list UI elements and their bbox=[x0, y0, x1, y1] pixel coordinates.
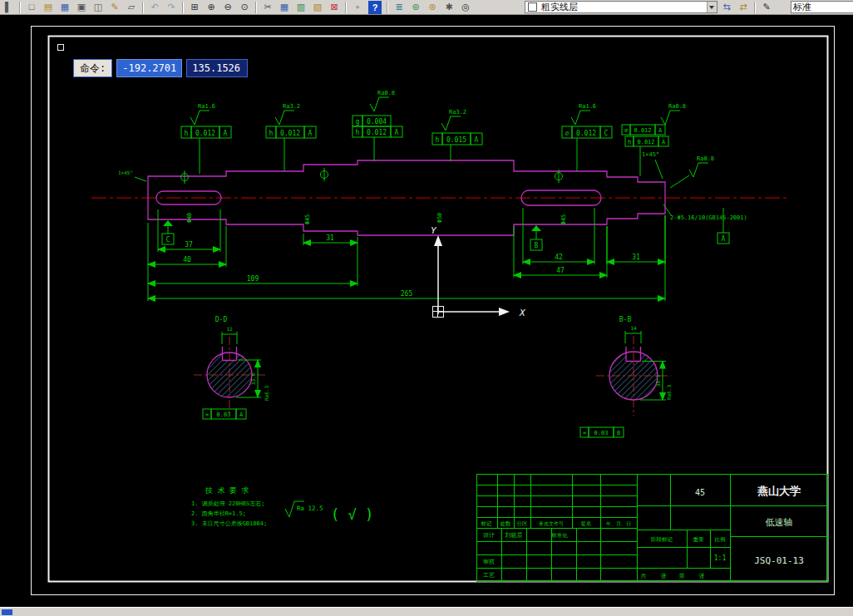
svg-text:分区: 分区 bbox=[517, 520, 529, 527]
tolerance-frames: h 0.012 A h 0.012 A g 0.004 h 0.012 A bbox=[181, 116, 668, 146]
diameter-labels: Φ40 Φ45 Φ50 Φ45 bbox=[186, 213, 567, 225]
svg-text:37: 37 bbox=[185, 241, 193, 249]
redo-icon[interactable]: ↷ bbox=[164, 0, 179, 15]
svg-text:A: A bbox=[658, 127, 663, 134]
layer-swap-icon[interactable]: ⇄ bbox=[736, 0, 751, 15]
table-icon[interactable]: ▦ bbox=[277, 0, 292, 15]
pen-icon[interactable]: ✎ bbox=[759, 0, 774, 15]
svg-text:张: 张 bbox=[661, 573, 667, 579]
snap-icon[interactable]: ⊛ bbox=[425, 0, 440, 15]
section-dd: D-D 12 33.8 Ra6.3 = 0.03 A bbox=[194, 316, 269, 419]
zoom-in-icon[interactable]: ⊕ bbox=[204, 0, 219, 15]
svg-text:⌀: ⌀ bbox=[624, 127, 628, 134]
svg-text:审核: 审核 bbox=[483, 559, 495, 565]
svg-text:31: 31 bbox=[326, 234, 334, 242]
copy-icon[interactable]: ▱ bbox=[124, 0, 139, 15]
style-dropdown[interactable]: 标准 bbox=[791, 1, 853, 13]
section-cut-symbols bbox=[181, 168, 563, 184]
settings-icon[interactable]: ✱ bbox=[441, 0, 456, 15]
svg-text:42: 42 bbox=[555, 254, 563, 261]
toolbar-separator bbox=[182, 2, 184, 13]
cut-icon[interactable]: ✂ bbox=[260, 0, 275, 15]
material-grade: 45 bbox=[695, 488, 705, 497]
style-dropdown-value: 标准 bbox=[791, 1, 853, 13]
svg-text:( √ ): ( √ ) bbox=[331, 506, 373, 523]
status-bar bbox=[0, 607, 853, 616]
layer-color-swatch bbox=[528, 2, 537, 12]
zoom-extents-icon[interactable]: ⊙ bbox=[237, 0, 252, 15]
preview-icon[interactable]: ◫ bbox=[91, 0, 106, 15]
svg-text:Ra0.8: Ra0.8 bbox=[377, 90, 395, 96]
svg-text:0.012: 0.012 bbox=[637, 139, 654, 145]
svg-text:⌀: ⌀ bbox=[565, 130, 569, 137]
svg-text:0.012: 0.012 bbox=[367, 129, 387, 136]
help-icon[interactable]: ? bbox=[368, 1, 382, 14]
undo-icon[interactable]: ↶ bbox=[147, 0, 162, 15]
svg-text:Ra3.2: Ra3.2 bbox=[449, 109, 466, 116]
svg-text:Φ45: Φ45 bbox=[560, 214, 567, 225]
svg-text:h: h bbox=[628, 139, 631, 145]
tech-req-title: 技 术 要 求 bbox=[205, 486, 249, 495]
svg-text:Ra1.6: Ra1.6 bbox=[198, 103, 215, 110]
toolbar: ▌ □ ▤ ▦ ▣ ◫ ✎ ▱ ↶ ↷ ⊞ ⊕ ⊖ ⊙ ✂ ▦ ▥ ▧ ⊠ ▫ … bbox=[0, 0, 853, 15]
frame-3b: h 0.012 A bbox=[353, 126, 402, 137]
delete-icon[interactable]: ⊠ bbox=[327, 0, 342, 15]
svg-text:签名: 签名 bbox=[581, 520, 592, 527]
svg-text:Φ40: Φ40 bbox=[186, 213, 193, 224]
toolbar-separator bbox=[255, 2, 257, 13]
save-icon[interactable]: ▦ bbox=[57, 0, 72, 15]
svg-text:Ra6.3: Ra6.3 bbox=[666, 385, 672, 400]
general-roughness-note: Ra 12.5 ( √ ) bbox=[285, 501, 373, 523]
svg-text:Ra0.8: Ra0.8 bbox=[668, 103, 686, 110]
svg-text:标准化: 标准化 bbox=[550, 532, 568, 539]
command-x-input[interactable]: -192.2701 bbox=[116, 59, 182, 77]
open-file-icon[interactable]: ▤ bbox=[41, 0, 56, 15]
svg-text:33.8: 33.8 bbox=[250, 372, 256, 385]
match-properties-icon[interactable]: ⇆ bbox=[719, 0, 734, 15]
drawing-canvas[interactable]: 37 40 31 109 265 42 bbox=[0, 0, 853, 616]
plot-icon[interactable]: ▣ bbox=[74, 0, 89, 15]
image-icon[interactable]: ▧ bbox=[310, 0, 325, 15]
layers-icon[interactable]: ≣ bbox=[392, 0, 407, 15]
svg-text:年、月、日: 年、月、日 bbox=[606, 520, 631, 527]
svg-text:A: A bbox=[395, 129, 399, 136]
datum-a: A bbox=[717, 208, 729, 244]
svg-text:109: 109 bbox=[247, 275, 259, 283]
new-file-icon[interactable]: □ bbox=[24, 0, 39, 15]
layer-dropdown-value: 粗实线层 bbox=[540, 1, 707, 13]
svg-text:阶段标记: 阶段标记 bbox=[651, 536, 673, 543]
part-name: 低速轴 bbox=[766, 517, 793, 528]
toolbar-separator bbox=[142, 2, 144, 13]
command-prompt-label[interactable]: 命令: bbox=[73, 59, 112, 77]
svg-text:31: 31 bbox=[632, 254, 640, 261]
svg-text:共: 共 bbox=[641, 573, 647, 579]
dimension-31-right: 31 bbox=[607, 215, 665, 264]
partial-left-icon[interactable]: ▌ bbox=[1, 0, 16, 15]
dimension-31-left: 31 bbox=[303, 234, 357, 245]
svg-text:g: g bbox=[356, 118, 360, 126]
status-chip bbox=[2, 609, 12, 615]
svg-text:1. 调质处理 220HBS左右;: 1. 调质处理 220HBS左右; bbox=[191, 500, 264, 507]
pencil-icon[interactable]: ✎ bbox=[107, 0, 122, 15]
point-icon[interactable]: ⊚ bbox=[408, 0, 423, 15]
center-hole-note: 2-Φ5.16/10(GB145-2001) bbox=[663, 205, 747, 221]
svg-text:Ra6.3: Ra6.3 bbox=[264, 386, 269, 401]
ucs-icon: Y X bbox=[431, 225, 526, 318]
svg-text:A: A bbox=[239, 411, 244, 418]
svg-text:A: A bbox=[308, 130, 313, 137]
svg-text:张: 张 bbox=[699, 573, 705, 579]
svg-text:0.012: 0.012 bbox=[634, 127, 651, 134]
svg-text:2-Φ5.16/10(GB145-2001): 2-Φ5.16/10(GB145-2001) bbox=[670, 214, 747, 221]
zoom-out-icon[interactable]: ⊖ bbox=[220, 0, 235, 15]
zoom-window-icon[interactable]: ⊞ bbox=[187, 0, 202, 15]
svg-text:h: h bbox=[436, 136, 440, 144]
chart-icon[interactable]: ▥ bbox=[293, 0, 308, 15]
layer-dropdown[interactable]: 粗实线层 bbox=[525, 1, 717, 13]
donut-icon[interactable]: ◎ bbox=[458, 0, 473, 15]
command-y-input[interactable]: 135.1526 bbox=[186, 59, 248, 77]
chevron-down-icon[interactable] bbox=[707, 2, 717, 12]
insert-block-icon[interactable]: ▫ bbox=[350, 0, 365, 15]
svg-text:265: 265 bbox=[401, 290, 413, 298]
section-bb-label: B-B bbox=[619, 316, 632, 323]
svg-text:3. 未注尺寸公差按GB1804;: 3. 未注尺寸公差按GB1804; bbox=[191, 520, 267, 527]
